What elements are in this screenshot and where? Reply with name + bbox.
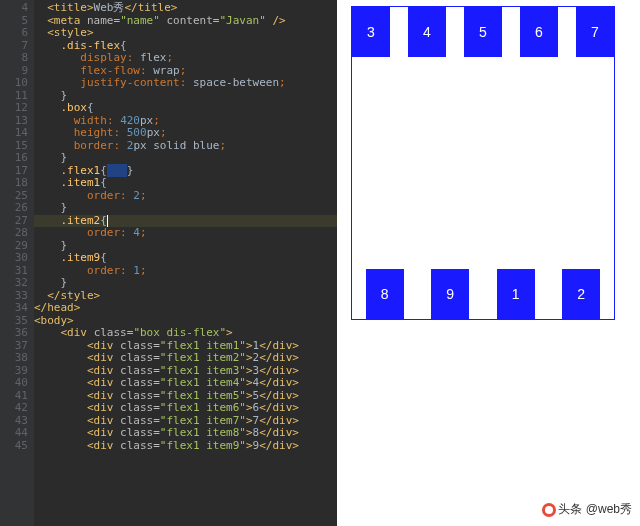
flex-item: 9: [431, 269, 469, 319]
flex-item: 1: [497, 269, 535, 319]
line-gutter: 4567891011121314151617182526272829303132…: [0, 0, 34, 526]
line-number: 14: [0, 127, 28, 140]
code-line[interactable]: .item1{: [34, 177, 337, 190]
line-number: 8: [0, 52, 28, 65]
code-line[interactable]: justify-content: space-between;: [34, 77, 337, 90]
line-number: 26: [0, 202, 28, 215]
flex-item: 6: [520, 7, 558, 57]
line-number: 38: [0, 352, 28, 365]
line-number: 40: [0, 377, 28, 390]
flex-box: 34567 8912: [351, 6, 615, 320]
line-number: 32: [0, 277, 28, 290]
flex-item: 8: [366, 269, 404, 319]
app-root: 4567891011121314151617182526272829303132…: [0, 0, 640, 526]
code-editor[interactable]: 4567891011121314151617182526272829303132…: [0, 0, 337, 526]
flex-row-top: 34567: [352, 7, 614, 57]
preview-pane: 34567 8912 头条 @web秀: [337, 0, 640, 526]
toutiao-icon: [542, 503, 556, 517]
line-number: 18: [0, 177, 28, 190]
watermark: 头条 @web秀: [542, 501, 632, 518]
code-line[interactable]: </head>: [34, 302, 337, 315]
line-number: 12: [0, 102, 28, 115]
flex-item: 7: [576, 7, 614, 57]
line-number: 16: [0, 152, 28, 165]
line-number: 6: [0, 27, 28, 40]
flex-item: 4: [408, 7, 446, 57]
code-line[interactable]: <div class="flex1 item9">9</div>: [34, 440, 337, 453]
line-number: 30: [0, 252, 28, 265]
line-number: 45: [0, 440, 28, 453]
flex-row-bottom: 8912: [352, 269, 614, 319]
watermark-text: 头条 @web秀: [558, 502, 632, 516]
flex-item: 3: [352, 7, 390, 57]
code-line[interactable]: .item9{: [34, 252, 337, 265]
line-number: 36: [0, 327, 28, 340]
flex-item: 2: [562, 269, 600, 319]
line-number: 34: [0, 302, 28, 315]
line-number: 28: [0, 227, 28, 240]
code-line[interactable]: order: 2;: [34, 190, 337, 203]
code-line[interactable]: order: 4;: [34, 227, 337, 240]
line-number: 42: [0, 402, 28, 415]
code-line[interactable]: border: 2px solid blue;: [34, 140, 337, 153]
flex-item: 5: [464, 7, 502, 57]
code-area[interactable]: <title>Web秀</title> <meta name="name" co…: [34, 0, 337, 526]
code-line[interactable]: order: 1;: [34, 265, 337, 278]
line-number: 4: [0, 2, 28, 15]
line-number: 10: [0, 77, 28, 90]
line-number: 44: [0, 427, 28, 440]
